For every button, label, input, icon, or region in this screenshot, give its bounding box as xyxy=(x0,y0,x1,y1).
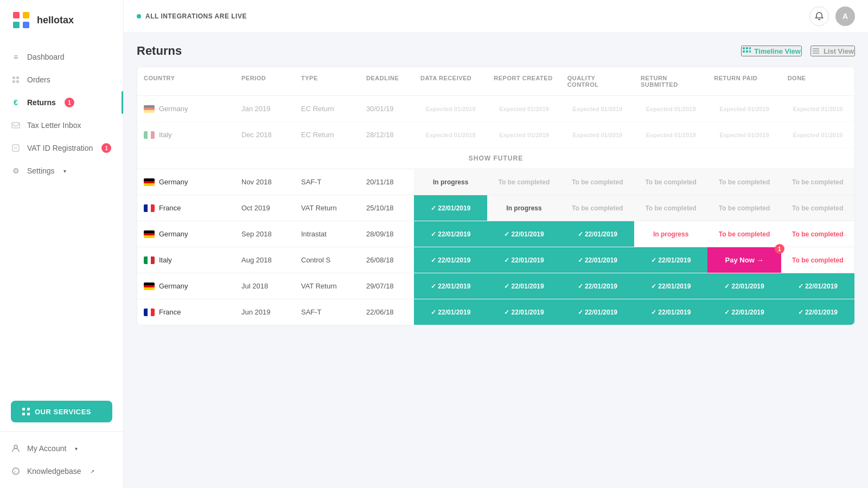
status-cell: ✓ 22/01/2019 xyxy=(487,247,560,273)
sidebar-item-label: Orders xyxy=(27,75,50,84)
services-grid-icon xyxy=(22,407,30,416)
status-cell: ✓ 22/01/2019 xyxy=(707,299,781,325)
user-avatar[interactable]: A xyxy=(835,7,855,26)
status-cell: ✓ 22/01/2019 xyxy=(487,221,560,247)
integration-status-text: ALL INTEGRATIONS ARE LIVE xyxy=(145,12,247,20)
deadline-cell: 20/11/18 xyxy=(360,169,414,195)
topbar-right: A xyxy=(809,7,855,26)
show-future-button[interactable]: SHOW FUTURE xyxy=(469,155,523,162)
sidebar-item-dashboard[interactable]: ≡ Dashboard xyxy=(0,46,123,68)
status-cell: To be completed xyxy=(561,195,634,221)
svg-rect-8 xyxy=(12,123,20,128)
type-cell: VAT Return xyxy=(295,273,360,299)
timeline-view-icon xyxy=(742,47,751,55)
flag-de xyxy=(144,178,155,186)
period-cell: Jun 2019 xyxy=(235,299,295,325)
status-cell: ✓ 22/01/2019 xyxy=(487,273,560,299)
sidebar-item-tax-letter-inbox[interactable]: Tax Letter Inbox xyxy=(0,114,123,137)
sidebar-item-returns[interactable]: € Returns 1 xyxy=(0,91,123,114)
logo-icon xyxy=(11,10,31,30)
status-cell: ✓ 22/01/2019 xyxy=(561,221,634,247)
status-cell: To be completed xyxy=(634,195,707,221)
status-cell: Expected 01/2019 xyxy=(414,122,487,147)
svg-rect-14 xyxy=(27,413,30,415)
timeline-view-button[interactable]: Timeline View xyxy=(741,46,802,56)
sidebar-nav: ≡ Dashboard Orders € Returns 1 Tax Lette… xyxy=(0,40,123,392)
country-cell: Italy xyxy=(137,247,235,273)
status-cell: In progress xyxy=(414,169,487,195)
svg-rect-19 xyxy=(746,47,748,49)
status-cell: To be completed xyxy=(634,169,707,195)
svg-rect-0 xyxy=(13,12,20,18)
svg-rect-21 xyxy=(746,50,748,53)
country-cell: Germany xyxy=(137,96,235,121)
status-cell: Expected 01/2019 xyxy=(487,122,560,147)
svg-rect-7 xyxy=(16,80,19,83)
country-name: Italy xyxy=(159,131,172,139)
status-cell: Expected 01/2019 xyxy=(707,96,781,121)
flag-it xyxy=(144,131,155,139)
svg-rect-22 xyxy=(749,47,751,49)
svg-rect-23 xyxy=(749,50,751,53)
status-cell: In progress xyxy=(487,195,560,221)
status-cell: Expected 01/2019 xyxy=(707,122,781,147)
country-name: Italy xyxy=(159,256,172,264)
our-services-button[interactable]: OUR SERVICES xyxy=(11,401,112,422)
sidebar-item-vat-id[interactable]: VAT ID Registration 1 xyxy=(0,137,123,159)
status-cell: ✓ 22/01/2019 xyxy=(561,273,634,299)
type-cell: EC Return xyxy=(295,122,360,147)
main-content: ALL INTEGRATIONS ARE LIVE A Returns Time… xyxy=(124,0,868,488)
status-cell: ✓ 22/01/2019 xyxy=(634,247,707,273)
settings-icon: ⚙ xyxy=(11,166,21,176)
page-header: Returns Timeline View List View xyxy=(137,44,855,58)
deadline-cell: 26/08/18 xyxy=(360,247,414,273)
col-report-created: REPORT CREATED xyxy=(487,67,560,95)
services-btn-label: OUR SERVICES xyxy=(35,408,91,416)
svg-rect-13 xyxy=(22,413,25,415)
sidebar-services: OUR SERVICES xyxy=(0,392,123,431)
status-cell: Expected 01/2019 xyxy=(487,96,560,121)
list-view-button[interactable]: List View xyxy=(810,46,855,56)
col-type: TYPE xyxy=(295,67,360,95)
sidebar-item-label: Tax Letter Inbox xyxy=(27,121,81,130)
status-cell: ✓ 22/01/2019 xyxy=(487,299,560,325)
sidebar-item-settings[interactable]: ⚙ Settings ▾ xyxy=(0,159,123,182)
deadline-cell: 28/09/18 xyxy=(360,221,414,247)
account-arrow-icon: ▾ xyxy=(75,446,78,452)
page-title: Returns xyxy=(137,44,182,58)
status-cell: To be completed xyxy=(781,247,854,273)
col-return-submitted: RETURN SUBMITTED xyxy=(634,67,707,95)
svg-rect-20 xyxy=(743,50,745,53)
svg-rect-12 xyxy=(27,408,30,410)
country-cell: France xyxy=(137,195,235,221)
table-row: Germany Jul 2018 VAT Return 29/07/18 ✓ 2… xyxy=(137,273,854,299)
pay-now-badge: 1 xyxy=(775,244,784,254)
returns-icon: € xyxy=(11,98,21,107)
svg-rect-2 xyxy=(13,22,20,28)
sidebar-item-knowledgebase[interactable]: i Knowledgebase ↗ xyxy=(0,460,123,483)
dashboard-icon: ≡ xyxy=(11,52,21,62)
period-cell: Jan 2019 xyxy=(235,96,295,121)
show-future-row: SHOW FUTURE xyxy=(137,148,854,169)
country-cell: Germany xyxy=(137,273,235,299)
list-view-icon xyxy=(812,47,820,55)
col-country: COUNTRY xyxy=(137,67,235,95)
settings-arrow-icon: ▾ xyxy=(63,168,66,174)
pay-now-cell[interactable]: Pay Now → 1 xyxy=(707,247,781,273)
logo[interactable]: hellotax xyxy=(0,0,123,40)
type-cell: EC Return xyxy=(295,96,360,121)
sidebar-item-my-account[interactable]: My Account ▾ xyxy=(0,437,123,460)
sidebar-item-orders[interactable]: Orders xyxy=(0,68,123,91)
flag-it xyxy=(144,256,155,264)
country-cell: Germany xyxy=(137,169,235,195)
type-cell: SAF-T xyxy=(295,169,360,195)
country-name: Germany xyxy=(159,105,188,113)
status-cell: ✓ 22/01/2019 xyxy=(707,273,781,299)
deadline-cell: 28/12/18 xyxy=(360,122,414,147)
notifications-button[interactable] xyxy=(809,7,829,26)
country-name: Germany xyxy=(159,230,188,238)
deadline-cell: 22/06/18 xyxy=(360,299,414,325)
col-data-received: DATA RECEIVED xyxy=(414,67,487,95)
status-cell: To be completed xyxy=(781,221,854,247)
flag-fr xyxy=(144,309,155,316)
